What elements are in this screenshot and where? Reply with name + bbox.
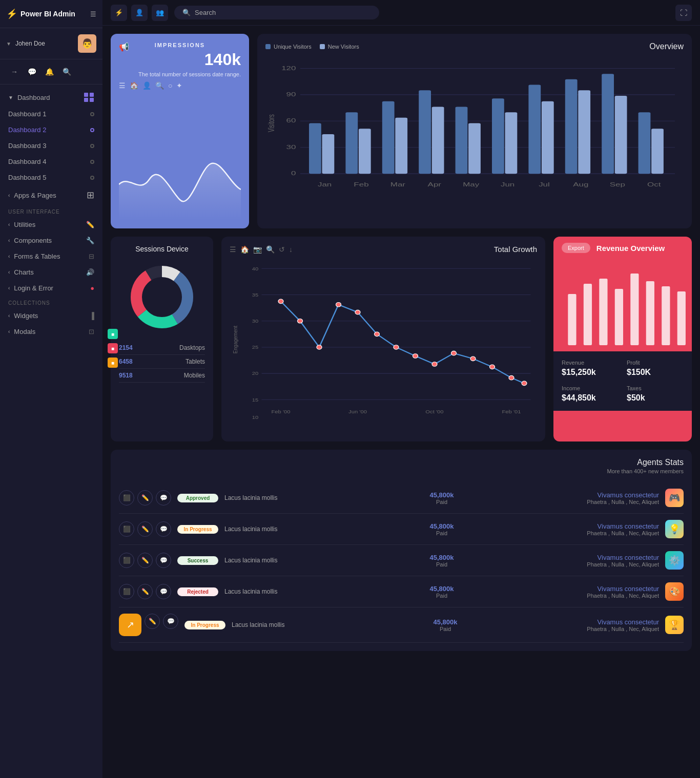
sidebar-item-forms-tables[interactable]: ‹ Forms & Tables ⊟	[0, 248, 102, 264]
svg-text:Engagement: Engagement	[232, 326, 238, 353]
svg-text:30: 30	[252, 319, 259, 324]
svg-rect-85	[677, 291, 686, 345]
sessions-title: Sessions Device	[119, 245, 205, 253]
agent-action-edit-4[interactable]: ✏️	[137, 584, 153, 599]
logout-button[interactable]: →	[6, 64, 23, 80]
svg-point-76	[509, 375, 514, 380]
nav-group-dashboard[interactable]: ▼ Dashboard	[0, 89, 102, 106]
profit-label: Profit	[627, 360, 684, 366]
sidebar-item-modals[interactable]: ‹ Modals ⊡	[0, 324, 102, 340]
fullscreen-button[interactable]: ⛶	[675, 5, 692, 21]
agent-actions-3: ⬛ ✏️ 💬	[119, 553, 171, 568]
revenue-header: Export Revenue Overview	[553, 237, 692, 259]
download-icon-growth: ↓	[289, 245, 293, 254]
export-button[interactable]: Export	[562, 243, 590, 253]
agents-title: Agents Stats	[119, 458, 684, 467]
svg-rect-37	[542, 101, 554, 174]
sidebar-item-dashboard3[interactable]: Dashboard 3	[0, 138, 102, 154]
people-icon-btn[interactable]: ⚡	[111, 5, 127, 21]
agent-action-edit-3[interactable]: ✏️	[137, 553, 153, 568]
notification-button[interactable]: 🔔	[41, 64, 57, 80]
svg-rect-35	[468, 123, 481, 174]
agent-desc-3: Lacus lacinia mollis	[224, 557, 424, 564]
agent-action-edit-5[interactable]: ✏️	[145, 614, 160, 629]
agent-action-edit-1[interactable]: ✏️	[137, 490, 153, 506]
agent-action-view-3[interactable]: ⬛	[119, 553, 134, 568]
chart-icon: 🔊	[86, 268, 94, 276]
sidebar-item-dashboard5[interactable]: Dashboard 5	[0, 170, 102, 185]
row2: Sessions Device ■ ■ ■	[111, 237, 692, 441]
impressions-toolbar: ☰ 🏠 👤 🔍 ○ ✦	[119, 81, 241, 90]
revenue-stat-revenue: Revenue $15,250k	[562, 360, 619, 377]
status-badge-2: In Progress	[177, 525, 218, 534]
svg-rect-36	[505, 112, 518, 174]
menu-icon[interactable]: ☰	[90, 10, 96, 18]
revenue-card: Export Revenue Overview	[553, 237, 692, 441]
agent-action-view-1[interactable]: ⬛	[119, 490, 134, 506]
comment-button[interactable]: 💬	[24, 64, 40, 80]
agent-action-msg-5[interactable]: 💬	[163, 614, 178, 629]
svg-rect-31	[322, 134, 335, 174]
amount-status-1: Paid	[430, 499, 454, 505]
company-name-5: Vivamus consectetur	[464, 618, 660, 626]
svg-point-66	[317, 345, 322, 350]
donut-chart	[129, 264, 195, 330]
user-icon-btn[interactable]: 👤	[131, 5, 148, 21]
sessions-stat-mobiles: 9518 Mobiles	[119, 369, 205, 383]
agent-logo-4: 🎨	[665, 582, 684, 601]
chevron-down-icon: ▼	[8, 95, 13, 100]
svg-point-69	[375, 332, 380, 337]
sidebar-item-label: Dashboard 2	[8, 126, 46, 134]
svg-rect-81	[615, 289, 623, 345]
circle-icon-imp: ○	[168, 81, 172, 90]
nav-dot-dashboard3	[90, 144, 94, 148]
impressions-card: 📢 IMPRESSIONS 140k The total number of s…	[111, 34, 249, 228]
sidebar: ⚡ Power BI Admin ☰ ▼ Johen Doe 👨 → 💬 🔔 🔍…	[0, 0, 102, 778]
sessions-stat-desktops: 2154 Dasktops	[119, 341, 205, 355]
agent-action-msg-1[interactable]: 💬	[156, 490, 171, 506]
notification-icon-btn[interactable]: 👥	[152, 5, 168, 21]
agent-desc-2: Lacus lacinia mollis	[224, 525, 424, 533]
sidebar-item-login-error[interactable]: ‹ Login & Error ●	[0, 280, 102, 296]
nav-group-apps[interactable]: ‹ Apps & Pages ⊞	[0, 185, 102, 205]
apps-grid-icon: ⊞	[87, 190, 94, 201]
agent-logo-5: 🏆	[665, 616, 684, 634]
growth-title: Total Growth	[494, 245, 537, 254]
search-button[interactable]: 🔍	[58, 64, 75, 80]
agent-company-1: Vivamus consectetur Phaetra , Nulla , Ne…	[460, 491, 660, 505]
agent-action-view-4[interactable]: ⬛	[119, 584, 134, 599]
svg-text:40: 40	[252, 266, 259, 271]
sidebar-item-label: Dashboard 5	[8, 174, 46, 181]
company-name-4: Vivamus consectetur	[460, 585, 660, 593]
search-bar[interactable]: 🔍 Search	[174, 6, 379, 19]
menu-icon-growth: ☰	[230, 245, 236, 254]
svg-text:15: 15	[252, 397, 259, 402]
sidebar-item-dashboard4[interactable]: Dashboard 4	[0, 154, 102, 170]
mobiles-value: 9518	[119, 372, 133, 379]
impressions-title: IMPRESSIONS	[119, 42, 241, 48]
sidebar-item-charts[interactable]: ‹ Charts 🔊	[0, 264, 102, 280]
sidebar-item-dashboard1[interactable]: Dashboard 1	[0, 106, 102, 122]
chevron-left-components: ‹	[8, 238, 10, 243]
svg-point-73	[451, 351, 457, 355]
svg-point-67	[336, 302, 341, 307]
agent-action-msg-3[interactable]: 💬	[156, 553, 171, 568]
svg-text:120: 120	[281, 65, 296, 71]
svg-rect-79	[584, 284, 592, 345]
svg-point-77	[522, 381, 527, 386]
agent-action-msg-2[interactable]: 💬	[156, 521, 171, 537]
sidebar-item-components[interactable]: ‹ Components 🔧	[0, 233, 102, 248]
sidebar-item-utilities[interactable]: ‹ Utilities ✏️	[0, 217, 102, 233]
user-name: Johen Doe	[15, 40, 45, 47]
agents-subtitle: More than 400+ new members	[119, 468, 684, 474]
topbar: ⚡ 👤 👥 🔍 Search ⛶	[102, 0, 700, 26]
agent-action-view-2[interactable]: ⬛	[119, 521, 134, 537]
circle-icon: ●	[90, 284, 94, 292]
float-action-btn[interactable]: ↗	[119, 614, 141, 636]
agent-action-edit-2[interactable]: ✏️	[137, 521, 153, 537]
bar-chart-icon: ▐	[90, 312, 94, 320]
sidebar-item-widgets[interactable]: ‹ Widgets ▐	[0, 308, 102, 324]
agent-action-msg-4[interactable]: 💬	[156, 584, 171, 599]
sidebar-item-dashboard2[interactable]: Dashboard 2	[0, 122, 102, 138]
sessions-stats: 2154 Dasktops 6458 Tablets 9518 Mobiles	[119, 341, 205, 383]
